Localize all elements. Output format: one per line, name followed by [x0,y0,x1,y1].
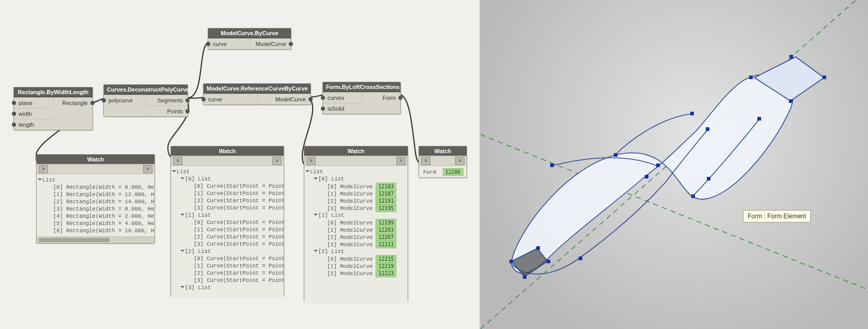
watch-line: [2] Curve(StartPoint = Point(X [173,197,282,204]
watch4-item: Form [423,169,436,175]
watch-line: [2] ModelCurve12223 [306,270,406,277]
port-issolid[interactable]: isSolid [323,103,362,114]
watch-group: [0] List [173,175,282,183]
watch-line: [2] Curve(StartPoint = Point(X [173,270,282,277]
watch-node-2[interactable]: Watch > > List [0] List[0] Curve(StartPo… [171,146,284,297]
watch-portbar: > > [37,164,154,174]
viewport-tooltip: Form : Form Element [743,210,811,222]
watch-group: [0] List [306,175,406,183]
element-id-chip[interactable]: 12187 [376,190,396,198]
scrollbar-h[interactable] [37,236,154,243]
watch-group: [2] List [173,248,282,255]
port-length[interactable]: length [14,119,53,130]
port-plane[interactable]: plane [14,97,53,108]
watch-line: [1] ModelCurve12203 [306,226,406,233]
port-segments[interactable]: Segments [146,95,188,106]
node-title: Watch [37,155,154,164]
watch-portbar: > > [171,156,284,166]
watch-line: [3] ModelCurve12211 [306,241,406,248]
svg-rect-4 [509,260,513,263]
watch-line: [0] Curve(StartPoint = Point(X [173,183,282,190]
svg-rect-14 [707,177,710,181]
watch-line: [3] Rectangle(Width = 8.000, Heigh [39,205,152,213]
watch-line: [3] Curve(StartPoint = Point(X [173,204,282,212]
port-out[interactable]: > [455,157,464,165]
node-title: Curves.DeconstructPolyCurve [104,85,188,95]
element-id-chip[interactable]: 12211 [376,241,396,248]
port-points[interactable]: Points [146,106,188,116]
watch-line: [2] Rectangle(Width = 14.000, Heigh [39,198,152,205]
port-curve[interactable]: curve [208,38,250,49]
watch-body: Form 12286 [419,166,467,177]
port-modelcurve[interactable]: ModelCurve [250,38,291,49]
graph-canvas[interactable]: Rectangle.ByWidthLength plane width leng… [0,0,481,329]
port-in[interactable]: > [173,157,182,165]
element-id-chip[interactable]: 12223 [376,270,396,277]
node-deconstruct-polycurve[interactable]: Curves.DeconstructPolyCurve polycurve Se… [103,84,188,117]
watch-node-4[interactable]: Watch > > Form 12286 [419,146,467,178]
port-curve[interactable]: curve [204,94,257,104]
port-in[interactable]: > [306,157,316,165]
watch-body: List [0] Rectangle(Width = 6.000, Heigh[… [37,174,154,236]
port-rectangle[interactable]: Rectangle [53,97,92,108]
svg-rect-13 [706,127,709,131]
element-id-chip[interactable]: 12207 [376,233,396,241]
svg-rect-19 [823,76,826,79]
watch-portbar: > > [419,156,467,166]
svg-rect-10 [656,163,660,167]
svg-rect-15 [749,76,753,79]
svg-rect-5 [536,246,540,250]
port-out[interactable]: > [143,165,152,173]
svg-rect-21 [645,175,648,178]
node-form-byloft[interactable]: Form.ByLoftCrossSections curves isSolid … [322,82,401,114]
watch-group: [1] List [306,212,406,219]
viewport-graphics [481,0,868,329]
port-modelcurve[interactable]: ModelCurve [257,94,311,104]
watch-line: [0] ModelCurve12199 [306,219,406,226]
watch-line: [1] Rectangle(Width = 12.000, Heigh [39,191,152,198]
element-id-chip[interactable]: 12215 [376,255,396,263]
port-form[interactable]: Form [362,92,400,103]
svg-rect-18 [789,99,793,103]
watch-node-3[interactable]: Watch > > List [0] List[0] ModelCurve121… [304,146,408,302]
element-id-chip[interactable]: 12191 [376,197,396,205]
element-id-chip[interactable]: 12286 [443,168,463,176]
node-modelcurve-refcurve[interactable]: ModelCurve.ReferenceCurveByCurve curve M… [203,83,311,105]
port-width[interactable]: width [14,108,53,119]
3d-viewport[interactable]: Form : Form Element [481,0,868,329]
watch-line: [1] Curve(StartPoint = Point(X [173,226,282,233]
element-id-chip[interactable]: 12203 [376,226,396,234]
watch-line: [3] Curve(StartPoint = Point(X [173,241,282,248]
element-id-chip[interactable]: 12195 [376,204,396,212]
watch-group: [1] List [173,212,282,219]
node-modelcurve-bycurve[interactable]: ModelCurve.ByCurve curve ModelCurve [208,28,291,50]
port-out[interactable]: > [396,157,406,165]
svg-rect-8 [550,163,554,167]
node-rectangle-bywidthlength[interactable]: Rectangle.ByWidthLength plane width leng… [13,87,93,130]
element-id-chip[interactable]: 12183 [376,183,396,190]
watch-line: [3] Curve(StartPoint = Point(X [173,277,282,284]
watch-line: [2] ModelCurve12207 [306,233,406,241]
port-polycurve[interactable]: polycurve [104,95,146,106]
element-id-chip[interactable]: 12199 [376,219,396,227]
watch-group: [3] List [173,284,282,291]
watch-line: [0] Curve(StartPoint = Point(X [173,219,282,226]
watch-node-1[interactable]: Watch > > List [0] Rectangle(Width = 6.0… [36,154,155,244]
watch-line: [1] Curve(StartPoint = Point(X [173,190,282,197]
port-in[interactable]: > [39,165,48,173]
watch-line: [0] ModelCurve12215 [306,255,406,262]
port-out[interactable]: > [272,157,282,165]
element-id-chip[interactable]: 12219 [376,262,396,270]
svg-rect-16 [757,117,761,121]
port-curves[interactable]: curves [323,92,362,103]
watch-line: [1] ModelCurve12219 [306,262,406,270]
watch-line: [0] Rectangle(Width = 6.000, Heigh [39,184,152,191]
watch-line: [5] Rectangle(Width = 4.000, Heigh [39,220,152,227]
node-title: Rectangle.ByWidthLength [14,87,92,97]
port-in[interactable]: > [421,157,430,165]
node-title: ModelCurve.ReferenceCurveByCurve [204,84,311,94]
watch-body: List [0] List[0] ModelCurve12183[1] Mode… [304,166,408,303]
svg-rect-17 [789,55,793,58]
watch-line: [0] Curve(StartPoint = Point(X [173,255,282,262]
watch-body: List [0] List[0] Curve(StartPoint = Poin… [171,166,284,297]
